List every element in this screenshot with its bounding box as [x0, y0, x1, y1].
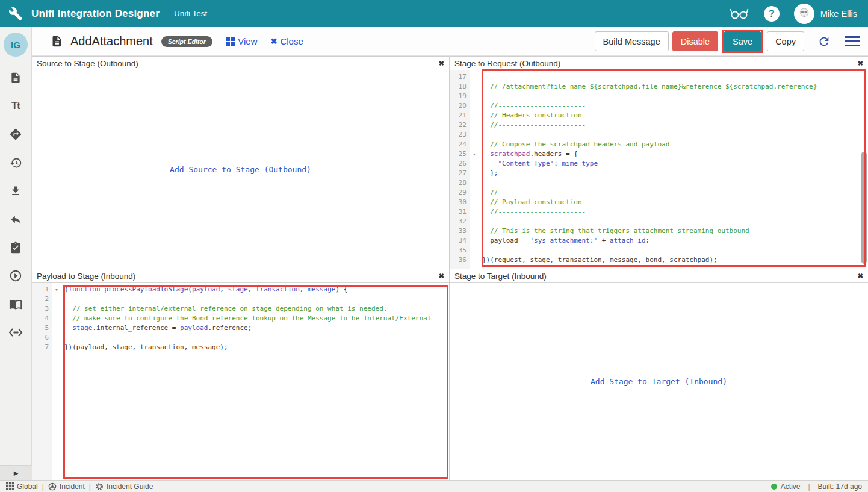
incident-icon [48, 482, 57, 491]
save-button[interactable]: Save [724, 31, 761, 51]
panel-close-icon[interactable]: ✖ [858, 272, 863, 280]
page-title: AddAttachment [70, 34, 153, 48]
script-document-icon [51, 35, 63, 48]
status-bar: Global | Incident | Incident Guide Activ… [0, 480, 868, 492]
active-status-label: Active [781, 482, 801, 491]
copy-button[interactable]: Copy [767, 31, 804, 51]
panel-title: Stage to Target (Inbound) [454, 272, 547, 281]
gear-icon [95, 482, 104, 491]
panel-title: Payload to Stage (Inbound) [37, 272, 135, 281]
panel-header: Source to Stage (Outbound) ✖ [32, 57, 449, 70]
view-grid-icon [226, 37, 235, 46]
panel-payload-to-stage: Payload to Stage (Inbound) ✖ 1▾(function… [32, 269, 449, 480]
document-icon[interactable] [8, 71, 23, 84]
scope-global[interactable]: Global [6, 482, 38, 491]
refresh-icon[interactable] [817, 35, 831, 48]
play-icon[interactable] [8, 269, 23, 282]
environment-label[interactable]: Unifi Test [174, 9, 207, 18]
panel-source-to-stage: Source to Stage (Outbound) ✖ Add Source … [32, 57, 449, 269]
sidebar-expand-button[interactable]: ▶ [0, 465, 32, 480]
view-button[interactable]: View [226, 36, 258, 46]
code-icon[interactable] [8, 326, 23, 339]
script-panels-grid: Source to Stage (Outbound) ✖ Add Source … [32, 56, 868, 480]
close-x-icon: ✖ [271, 37, 277, 46]
add-source-to-stage-link[interactable]: Add Source to Stage (Outbound) [170, 165, 311, 174]
panel-stage-to-request: Stage to Request (Outbound) ✖ 1718 // /a… [450, 57, 868, 269]
app-window: Unifi Integration Designer Unifi Test ? [0, 0, 868, 492]
record-toolbar: AddAttachment Script Editor View ✖ Close… [32, 27, 868, 56]
app-title: Unifi Integration Designer [31, 8, 160, 20]
grid-icon [6, 482, 14, 490]
process-incident[interactable]: Incident [48, 482, 85, 491]
save-highlight-annotation: Save [722, 30, 763, 53]
tasks-icon[interactable] [8, 241, 23, 254]
message-incident-guide[interactable]: Incident Guide [95, 482, 153, 491]
panel-close-icon[interactable]: ✖ [858, 60, 863, 67]
build-message-button[interactable]: Build Message [595, 31, 669, 51]
panel-header: Stage to Request (Outbound) ✖ [450, 57, 868, 70]
download-icon[interactable] [8, 184, 23, 198]
help-icon[interactable]: ? [764, 6, 780, 22]
separator: | [89, 482, 91, 491]
payload-to-stage-code-editor[interactable]: 1▾(function processPayloadToStage(payloa… [32, 283, 449, 480]
glasses-icon[interactable] [729, 5, 749, 23]
directions-icon[interactable] [8, 128, 23, 141]
reply-icon[interactable] [8, 213, 23, 226]
left-sidebar: IG Tt [0, 27, 32, 480]
wrench-icon[interactable] [8, 7, 23, 21]
menu-icon[interactable] [845, 36, 860, 46]
built-label: Built: 17d ago [818, 482, 862, 491]
panel-body-empty: Add Stage to Target (Inbound) [450, 283, 868, 480]
panel-title: Source to Stage (Outbound) [37, 59, 138, 68]
knowledge-icon[interactable] [8, 297, 23, 311]
panel-stage-to-target: Stage to Target (Inbound) ✖ Add Stage to… [450, 269, 868, 480]
panel-body-empty: Add Source to Stage (Outbound) [32, 70, 449, 269]
panel-close-icon[interactable]: ✖ [439, 60, 444, 67]
add-stage-to-target-link[interactable]: Add Stage to Target (Inbound) [591, 377, 727, 386]
user-avatar [794, 4, 814, 24]
panel-close-icon[interactable]: ✖ [439, 272, 444, 280]
script-editor-badge: Script Editor [161, 36, 212, 47]
panel-title: Stage to Request (Outbound) [454, 59, 560, 68]
integration-avatar[interactable]: IG [4, 33, 28, 57]
close-record-button[interactable]: ✖ Close [271, 36, 303, 46]
stage-to-request-code-editor[interactable]: 1718 // /attachment?file_name=${scratchp… [450, 70, 868, 269]
separator: | [42, 482, 44, 491]
text-format-icon[interactable]: Tt [8, 99, 23, 113]
panel-header: Stage to Target (Inbound) ✖ [450, 269, 868, 283]
panel-header: Payload to Stage (Inbound) ✖ [32, 269, 449, 283]
vertical-scrollbar[interactable] [861, 152, 867, 264]
user-menu[interactable]: Mike Ellis [794, 4, 857, 24]
top-nav-bar: Unifi Integration Designer Unifi Test ? [0, 0, 868, 27]
separator: | [808, 482, 810, 491]
disable-button[interactable]: Disable [672, 31, 718, 51]
history-icon[interactable] [8, 156, 23, 169]
active-status-icon [771, 484, 777, 490]
user-name: Mike Ellis [820, 9, 857, 19]
